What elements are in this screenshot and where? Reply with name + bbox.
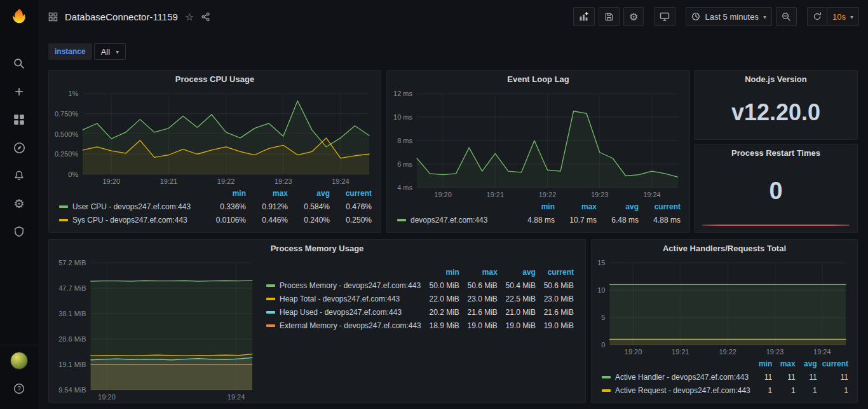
legend-series-label[interactable]: External Memory - devops247.ef.com:443 xyxy=(264,319,424,333)
legend-header-avg[interactable]: avg xyxy=(599,200,641,214)
svg-text:19.1 MiB: 19.1 MiB xyxy=(58,361,86,368)
add-panel-button[interactable] xyxy=(573,7,595,26)
explore-icon[interactable] xyxy=(0,134,38,162)
legend-avg-value: 21.0 MiB xyxy=(500,306,538,319)
legend-header-max[interactable]: max xyxy=(248,187,290,200)
top-navbar: DatabaseConnector-11159 ☆ ⚙ Last 5 minut… xyxy=(38,0,868,33)
chevron-down-icon: ▾ xyxy=(850,13,853,20)
svg-text:0.750%: 0.750% xyxy=(55,110,79,118)
template-variable-row: instance All ▾ xyxy=(48,43,126,60)
legend-avg-value: 11 xyxy=(798,371,820,384)
cycle-view-mode-button[interactable] xyxy=(654,7,675,26)
memory-chart[interactable]: 9.54 MiB19.1 MiB28.6 MiB38.1 MiB47.7 MiB… xyxy=(51,257,261,403)
legend-current-value: 4.88 ms xyxy=(641,214,683,227)
time-range-label: Last 5 minutes xyxy=(705,12,759,22)
legend-header-min[interactable]: min xyxy=(515,200,557,214)
dashboard-grid-icon xyxy=(48,12,58,22)
panel-process-cpu-usage: Process CPU Usage 0%0.250%0.500%0.750%1%… xyxy=(48,70,381,233)
zoom-out-button[interactable] xyxy=(776,7,797,26)
cpu-chart[interactable]: 0%0.250%0.500%0.750%1%19:2019:2119:2219:… xyxy=(51,88,378,187)
refresh-button[interactable] xyxy=(807,7,827,26)
legend-current-value: 0.476% xyxy=(332,200,374,214)
legend-series-label[interactable]: Active Request - devops247.ef.com:443 xyxy=(599,384,753,398)
panel-active-handlers-requests: Active Handlers/Requests Total 05101519:… xyxy=(591,239,858,403)
legend-series-label[interactable]: Sys CPU - devops247.ef.com:443 xyxy=(57,214,207,227)
share-icon[interactable] xyxy=(201,12,210,22)
handlers-chart[interactable]: 05101519:2019:2119:2219:2319:24 xyxy=(594,257,855,357)
configuration-icon[interactable]: ⚙ xyxy=(0,190,38,218)
legend-avg-value: 50.4 MiB xyxy=(500,279,538,293)
dashboard-title[interactable]: DatabaseConnector-11159 xyxy=(65,11,178,22)
save-dashboard-button[interactable] xyxy=(599,7,620,26)
legend-header-current[interactable]: current xyxy=(641,200,683,214)
legend-header-current[interactable]: current xyxy=(820,357,851,371)
panel-title[interactable]: Process Memory Usage xyxy=(49,240,585,257)
legend-header-max[interactable]: max xyxy=(462,266,500,279)
panel-title[interactable]: Process Restart Times xyxy=(695,144,857,162)
panel-title[interactable]: Node.js Version xyxy=(695,71,857,88)
grafana-logo[interactable] xyxy=(10,8,28,28)
legend-series-label[interactable]: devops247.ef.com:443 xyxy=(395,214,515,227)
dashboards-icon[interactable] xyxy=(0,106,38,134)
svg-text:19:23: 19:23 xyxy=(766,348,784,356)
user-avatar[interactable] xyxy=(0,347,38,375)
svg-text:19:22: 19:22 xyxy=(217,177,235,185)
legend-spacer xyxy=(599,357,753,371)
legend-min-value: 20.2 MiB xyxy=(424,306,462,319)
legend-avg-value: 1 xyxy=(798,384,820,398)
svg-text:10 ms: 10 ms xyxy=(393,113,412,121)
series-color-swatch xyxy=(266,311,275,314)
legend-row: User CPU - devops247.ef.com:4430.336%0.9… xyxy=(57,200,374,214)
legend-series-label[interactable]: Process Memory - devops247.ef.com:443 xyxy=(264,279,424,293)
svg-text:38.1 MiB: 38.1 MiB xyxy=(58,310,86,317)
panel-title[interactable]: Event Loop Lag xyxy=(387,71,689,88)
legend-max-value: 50.6 MiB xyxy=(462,279,500,293)
legend-header-avg[interactable]: avg xyxy=(500,266,538,279)
create-icon[interactable]: + xyxy=(0,78,38,106)
legend-min-value: 22.0 MiB xyxy=(424,293,462,306)
restart-sparkline xyxy=(702,225,850,226)
legend-header-current[interactable]: current xyxy=(332,187,374,200)
svg-text:19:21: 19:21 xyxy=(160,177,178,185)
svg-text:19:20: 19:20 xyxy=(625,348,642,356)
legend-series-label[interactable]: Heap Used - devops247.ef.com:443 xyxy=(264,306,424,319)
legend-header-max[interactable]: max xyxy=(557,200,599,214)
legend-series-label[interactable]: User CPU - devops247.ef.com:443 xyxy=(57,200,207,214)
legend-row: Active Handler - devops247.ef.com:443111… xyxy=(599,371,851,384)
legend-header-min[interactable]: min xyxy=(753,357,775,371)
variable-value: All xyxy=(101,47,110,57)
search-icon[interactable] xyxy=(0,50,38,78)
svg-text:19:22: 19:22 xyxy=(719,348,736,356)
variable-value-dropdown[interactable]: All ▾ xyxy=(94,43,126,60)
dashboard-content: instance All ▾ Process CPU Usage 0%0.250… xyxy=(38,33,868,409)
legend-series-label[interactable]: Heap Total - devops247.ef.com:443 xyxy=(264,293,424,306)
panel-title[interactable]: Active Handlers/Requests Total xyxy=(592,240,857,257)
legend-header-current[interactable]: current xyxy=(538,266,576,279)
legend-header-avg[interactable]: avg xyxy=(290,187,332,200)
time-range-picker[interactable]: Last 5 minutes ▾ xyxy=(686,7,772,26)
legend-header-avg[interactable]: avg xyxy=(798,357,820,371)
help-icon[interactable]: ? xyxy=(0,375,38,403)
lag-chart[interactable]: 4 ms6 ms8 ms10 ms12 ms19:2019:2119:2219:… xyxy=(390,88,687,200)
handlers-legend: minmaxavgcurrentActive Handler - devops2… xyxy=(592,357,857,403)
legend-current-value: 11 xyxy=(820,371,851,384)
series-color-swatch xyxy=(59,205,68,208)
legend-min-value: 11 xyxy=(753,371,775,384)
legend-series-label[interactable]: Active Handler - devops247.ef.com:443 xyxy=(599,371,753,384)
panel-title[interactable]: Process CPU Usage xyxy=(49,71,381,88)
legend-row: Heap Used - devops247.ef.com:44320.2 MiB… xyxy=(264,306,576,319)
legend-max-value: 0.446% xyxy=(248,214,290,227)
legend-header-min[interactable]: min xyxy=(207,187,248,200)
series-color-swatch xyxy=(602,389,611,392)
svg-text:19:24: 19:24 xyxy=(813,348,831,356)
star-icon[interactable]: ☆ xyxy=(185,11,194,23)
server-admin-icon[interactable] xyxy=(0,218,38,246)
dashboard-settings-button[interactable]: ⚙ xyxy=(623,7,644,26)
legend-header-max[interactable]: max xyxy=(775,357,797,371)
alerting-icon[interactable] xyxy=(0,162,38,190)
panel-nodejs-version: Node.js Version v12.20.0 xyxy=(694,70,858,140)
legend-current-value: 0.250% xyxy=(332,214,374,227)
legend-header-min[interactable]: min xyxy=(424,266,462,279)
legend-current-value: 1 xyxy=(820,384,851,398)
refresh-interval-dropdown[interactable]: 10s ▾ xyxy=(827,7,859,26)
